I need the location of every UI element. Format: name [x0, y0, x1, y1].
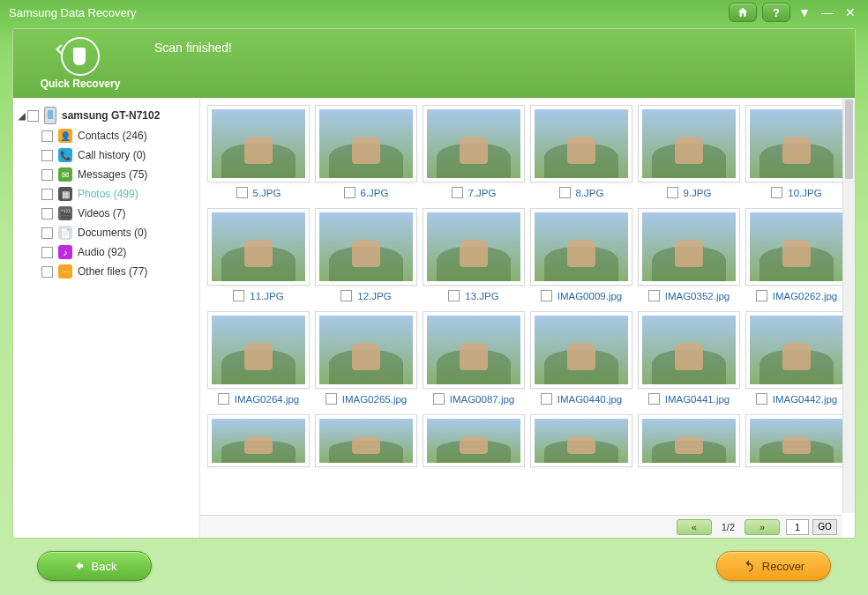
thumbnail-checkbox[interactable] — [756, 290, 767, 301]
thumbnail-image[interactable] — [207, 208, 310, 286]
thumbnail[interactable]: 13.JPG — [423, 208, 525, 306]
thumbnail-checkbox[interactable] — [756, 393, 767, 405]
scrollbar-thumb[interactable] — [845, 100, 853, 179]
collapse-icon[interactable]: ◢ — [19, 111, 27, 121]
sidebar-item-checkbox[interactable] — [41, 189, 53, 200]
thumbnail-image[interactable] — [530, 208, 632, 286]
thumbnail-image[interactable] — [745, 311, 842, 389]
thumbnail[interactable]: 5.JPG — [207, 105, 310, 203]
sidebar-item-4[interactable]: 🎬Videos (7) — [17, 204, 196, 223]
thumbnail[interactable]: IMAG0009.jpg — [530, 208, 632, 306]
thumbnail[interactable]: IMAG0441.jpg — [638, 311, 740, 409]
thumbnail[interactable]: 7.JPG — [423, 105, 525, 203]
thumbnail-image[interactable] — [745, 414, 842, 467]
thumbnail[interactable]: IMAG0087.jpg — [423, 311, 525, 409]
thumbnail-image[interactable] — [530, 311, 632, 389]
sidebar-item-7[interactable]: ⋯Other files (77) — [17, 262, 196, 281]
thumbnail[interactable]: 8.JPG — [530, 105, 632, 203]
thumbnail[interactable]: 9.JPG — [638, 105, 740, 203]
page-prev-button[interactable]: « — [677, 519, 712, 535]
page-next-button[interactable]: » — [745, 519, 780, 535]
thumbnail-image[interactable] — [638, 414, 740, 467]
thumbnail-checkbox[interactable] — [233, 290, 244, 301]
thumbnail-image[interactable] — [207, 311, 310, 389]
help-button[interactable]: ? — [762, 3, 790, 22]
thumbnail[interactable] — [530, 414, 632, 467]
dropdown-button[interactable]: ▼ — [796, 4, 813, 21]
thumbnail-image[interactable] — [315, 414, 417, 467]
recover-button[interactable]: Recover — [716, 551, 831, 581]
close-button[interactable]: ✕ — [842, 4, 859, 21]
thumbnail-image[interactable] — [745, 105, 842, 182]
thumbnail-checkbox[interactable] — [344, 187, 355, 198]
thumbnail-checkbox[interactable] — [771, 187, 782, 198]
thumbnail-checkbox[interactable] — [667, 187, 678, 198]
thumbnail-checkbox[interactable] — [648, 290, 660, 301]
thumbnail-image[interactable] — [638, 105, 740, 182]
page-go-button[interactable]: GO — [812, 519, 837, 535]
thumbnail[interactable] — [745, 414, 842, 467]
sidebar-item-checkbox[interactable] — [41, 150, 53, 161]
thumbnail[interactable]: IMAG0440.jpg — [530, 311, 632, 409]
sidebar-item-checkbox[interactable] — [41, 130, 53, 142]
sidebar-item-6[interactable]: ♪Audio (92) — [17, 242, 196, 262]
sidebar-item-5[interactable]: 📄Documents (0) — [17, 223, 196, 242]
sidebar-item-1[interactable]: 📞Call history (0) — [17, 145, 196, 165]
thumbnail[interactable]: IMAG0264.jpg — [207, 311, 310, 409]
device-node[interactable]: ◢ samsung GT-N7102 — [17, 105, 196, 126]
page-input[interactable] — [786, 519, 809, 535]
thumbnail-image[interactable] — [315, 208, 417, 286]
thumbnail[interactable]: IMAG0265.jpg — [315, 311, 417, 409]
thumbnail-checkbox[interactable] — [340, 290, 352, 301]
thumbnail-image[interactable] — [423, 208, 525, 286]
thumbnail-checkbox[interactable] — [541, 393, 552, 405]
thumbnail-image[interactable] — [315, 105, 417, 182]
thumbnail-checkbox[interactable] — [648, 393, 660, 405]
sidebar-item-3[interactable]: ▦Photos (499) — [17, 184, 196, 204]
thumbnail-image[interactable] — [745, 208, 842, 286]
thumbnail[interactable] — [315, 414, 417, 467]
thumbnail-image[interactable] — [423, 105, 525, 182]
undo-icon — [743, 560, 755, 572]
thumbnail-image[interactable] — [423, 311, 525, 389]
sidebar-item-2[interactable]: ✉Messages (75) — [17, 165, 196, 184]
home-button[interactable] — [729, 3, 757, 22]
thumbnail[interactable]: IMAG0442.jpg — [745, 311, 842, 409]
sidebar-item-checkbox[interactable] — [41, 266, 53, 278]
thumbnail-image[interactable] — [638, 208, 740, 286]
thumbnail-checkbox[interactable] — [559, 187, 571, 198]
thumbnail[interactable]: IMAG0352.jpg — [638, 208, 740, 306]
thumbnail[interactable]: 12.JPG — [315, 208, 417, 306]
device-checkbox[interactable] — [27, 110, 39, 122]
thumbnail-image[interactable] — [207, 414, 310, 467]
thumbnail[interactable] — [207, 414, 310, 467]
thumbnail[interactable] — [638, 414, 740, 467]
sidebar-item-checkbox[interactable] — [41, 208, 53, 219]
thumbnail[interactable]: IMAG0262.jpg — [745, 208, 842, 306]
main-card: Quick Recovery Scan finished! ◢ samsung … — [12, 28, 856, 539]
thumbnail[interactable] — [423, 414, 525, 467]
thumbnail-image[interactable] — [530, 414, 632, 467]
scrollbar[interactable] — [842, 98, 855, 513]
sidebar-item-0[interactable]: 👤Contacts (246) — [17, 126, 196, 145]
thumbnail-checkbox[interactable] — [541, 290, 552, 301]
minimize-button[interactable]: — — [819, 4, 836, 21]
thumbnail-checkbox[interactable] — [452, 187, 463, 198]
back-button[interactable]: Back — [37, 551, 152, 581]
thumbnail-checkbox[interactable] — [433, 393, 445, 405]
thumbnail-image[interactable] — [207, 105, 310, 182]
thumbnail[interactable]: 6.JPG — [315, 105, 417, 203]
thumbnail-checkbox[interactable] — [218, 393, 229, 405]
thumbnail-checkbox[interactable] — [326, 393, 337, 405]
thumbnail-image[interactable] — [638, 311, 740, 389]
sidebar-item-checkbox[interactable] — [41, 227, 53, 239]
sidebar-item-checkbox[interactable] — [41, 247, 53, 258]
thumbnail-image[interactable] — [530, 105, 632, 182]
thumbnail-image[interactable] — [315, 311, 417, 389]
thumbnail-checkbox[interactable] — [448, 290, 460, 301]
thumbnail[interactable]: 10.JPG — [745, 105, 842, 203]
thumbnail[interactable]: 11.JPG — [207, 208, 310, 306]
thumbnail-checkbox[interactable] — [236, 187, 248, 198]
sidebar-item-checkbox[interactable] — [41, 169, 53, 181]
thumbnail-image[interactable] — [423, 414, 525, 467]
